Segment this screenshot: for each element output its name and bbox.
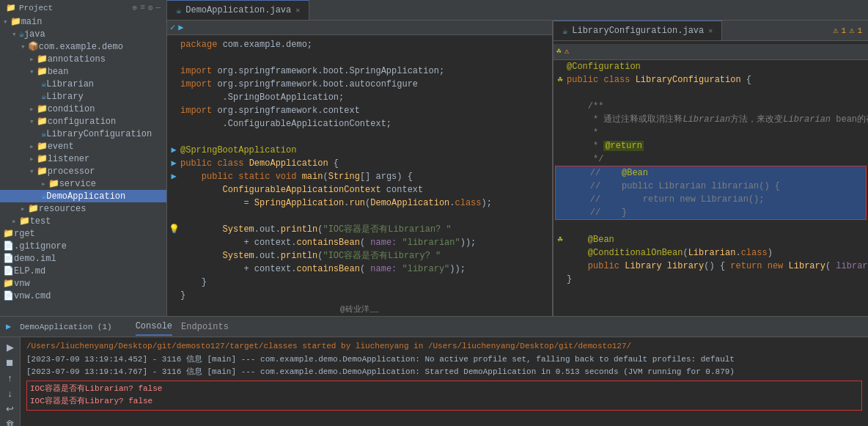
gutter-run[interactable]: ▶ [167,157,180,170]
sidebar-action-2[interactable]: ≡ [140,3,145,12]
scroll-up-button[interactable]: ↑ [6,371,14,385]
tree-item[interactable]: 📁 rget [0,227,166,240]
gutter [553,153,567,166]
console-output: /Users/liuchenyang/Desktop/git/demosto12… [21,337,868,426]
tab-library-configuration[interactable]: ☕ LibraryConfiguration.java ✕ [553,21,722,40]
gutter-run[interactable]: ▶ [167,170,180,183]
tab-endpoints[interactable]: Endpoints [181,319,229,335]
code-line: + context.containsBean( name: "library")… [167,262,552,276]
java-file-icon: ☕ [176,5,181,16]
run-gutter-icon[interactable]: ▶ [178,22,183,33]
tree-item[interactable]: ▸ 📁 annotations [0,53,166,65]
chevron-down-icon: ▾ [29,117,34,126]
right-tab-label: LibraryConfiguration.java [572,26,704,36]
gutter [556,193,569,206]
tree-label: main [21,17,43,27]
tree-item[interactable]: ▸ 📁 resources [0,202,166,215]
java-file-icon: ☕ [562,26,567,37]
wrap-button[interactable]: ↩ [4,402,15,416]
line-content: public Library library() { return new Li… [567,260,868,273]
code-line: /** [553,100,868,113]
line-content: .ConfigurableApplicationContext; [180,117,552,131]
sidebar-action-3[interactable]: ⚙ [148,3,153,12]
tree-item[interactable]: ▸ 📁 listener [0,153,166,165]
scroll-down-button[interactable]: ↓ [6,386,14,400]
editor-watermark: @砖业洋__ [340,304,379,315]
close-tab-icon[interactable]: ✕ [295,6,300,15]
right-code-area[interactable]: ☘ ⚠ @Configuration ☘ public class Librar… [553,41,868,316]
gutter [553,246,567,260]
tab-console[interactable]: Console [136,318,172,336]
gutter [167,104,180,117]
tree-item[interactable]: 📄 ELP.md [0,265,166,277]
line-content: System.out.println("IOC容器是否有Library? " [180,249,552,262]
sidebar-action-4[interactable]: — [155,3,161,12]
tree-item[interactable]: 📄 vnw.cmd [0,290,166,302]
gutter-run[interactable]: ▶ [167,144,180,157]
tree-item[interactable]: 📁 vnw [0,277,166,290]
tree-item[interactable]: ▾ 📁 configuration [0,115,166,128]
gutter [553,87,567,100]
code-line-highlighted: // return new Librarian(); [556,193,866,206]
tree-item[interactable]: ▾ ☕ java [0,28,166,40]
tree-item[interactable]: 📄 .gitignore [0,240,166,252]
clear-button[interactable]: 🗑 [4,417,16,426]
tree-label: Librarian [46,79,94,89]
tabs-row: ☕ DemoApplication.java ✕ [167,0,868,21]
gutter [167,276,180,289]
folder-icon: ☕ [19,29,24,40]
folder-icon: 📁 [37,153,48,164]
tree-item-demo-application[interactable]: ☕ DemoApplication [0,190,166,202]
gutter-bean[interactable]: ☘ [553,73,567,87]
code-line-highlighted: // @Bean [556,166,866,180]
gutter [167,210,180,223]
tree-label: resources [39,204,87,214]
tree-label: annotations [48,54,106,65]
code-line-highlighted: // public Librarian librarian() { [556,180,866,193]
gutter-bulb[interactable]: 💡 [167,223,180,236]
line-content: * [567,126,868,139]
gutter-bean[interactable]: ☘ [553,233,567,246]
tree-item[interactable]: ▾ 📁 processor [0,165,166,177]
code-line: import org.springframework.context [167,104,552,117]
sidebar: 📁 Project ⊕ ≡ ⚙ — ▾ 📁 main ▾ ☕ java [0,0,167,316]
gutter [167,91,180,104]
left-code-area[interactable]: package com.example.demo; import org.spr… [167,35,552,316]
folder-icon: 📁 [10,16,21,27]
tree-label: event [48,142,74,152]
sidebar-action-1[interactable]: ⊕ [133,3,138,12]
tree-item[interactable]: ☕ Library [0,90,166,103]
tree-item[interactable]: ▸ 📁 service [0,177,166,190]
folder-icon: 📁 [37,103,48,114]
line-content: // } [569,206,866,219]
tree-item[interactable]: ☕ Librarian [0,78,166,90]
tree-item[interactable]: ▾ 📦 com.example.demo [0,40,166,53]
code-line: System.out.println("IOC容器是否有Library? " [167,249,552,262]
tree-item[interactable]: ▸ 📁 event [0,140,166,153]
tree-item[interactable]: ▸ 📁 test [0,215,166,227]
tab-demo-application[interactable]: ☕ DemoApplication.java ✕ [167,0,309,20]
tree-item[interactable]: ☕ LibraryConfiguration [0,128,166,140]
chevron-down-icon: ▾ [29,67,34,76]
line-content: /** [567,100,868,113]
tree-item[interactable]: ▸ 📁 condition [0,103,166,115]
close-right-tab-icon[interactable]: ✕ [708,26,713,35]
tree-item[interactable]: ▾ 📁 main [0,15,166,28]
code-line [167,131,552,144]
right-editor: ☕ LibraryConfiguration.java ✕ ⚠ 1 ⚠ 1 [553,21,868,316]
stop-button[interactable]: ⏹ [4,356,16,370]
run-again-button[interactable]: ▶ [5,340,15,354]
tree-label: demo.iml [14,254,56,264]
tree-label: .gitignore [14,241,67,251]
tree-item[interactable]: 📄 demo.iml [0,252,166,265]
code-line: 💡 System.out.println("IOC容器是否有Librarian?… [167,223,552,236]
console-line: [2023-07-09 13:19:14.452] - 3116 信息 [mai… [26,353,862,367]
gutter [167,236,180,249]
folder-icon: 📁 [37,116,48,127]
line-content [180,51,552,65]
code-line: */ [553,153,868,166]
chevron-right-icon: ▸ [12,216,17,226]
code-line: * [553,126,868,139]
tree-label: listener [48,154,90,164]
tree-item[interactable]: ▾ 📁 bean [0,65,166,78]
